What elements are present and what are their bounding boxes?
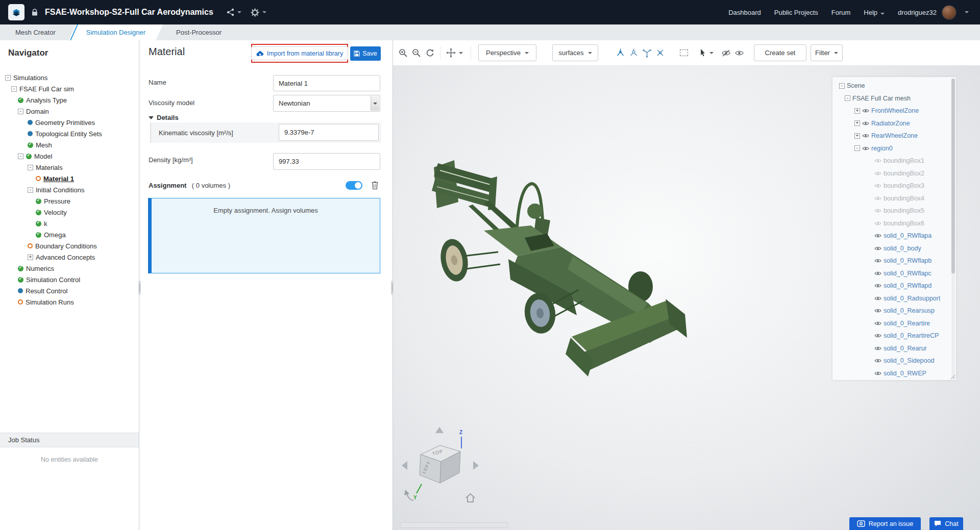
visibility-eye-icon[interactable] <box>862 121 869 126</box>
navigator-tree-item[interactable]: - Initial Conditions <box>0 184 139 195</box>
scene-tree-item[interactable]: boundingBox2 <box>832 167 956 180</box>
scene-tree-item[interactable]: - FSAE Full Car mesh <box>832 92 956 105</box>
save-button[interactable]: Save <box>350 46 381 61</box>
hide-selection-button[interactable] <box>720 44 732 61</box>
visibility-eye-icon[interactable] <box>874 333 881 338</box>
navigator-tree-item[interactable]: Material 1 <box>0 173 139 184</box>
delete-assignment-icon[interactable] <box>371 181 379 190</box>
filter-dropdown[interactable]: Filter <box>811 44 843 61</box>
visibility-eye-icon[interactable] <box>862 108 869 113</box>
navigator-tree-item[interactable]: Analysis Type <box>0 94 139 106</box>
navigator-tree-item[interactable]: Simulation Runs <box>0 296 139 308</box>
scene-tree-item[interactable]: solid_0_Reartire <box>832 317 956 330</box>
report-issue-button[interactable]: Report an issue <box>849 517 921 530</box>
scene-tree-item[interactable]: solid_0_body <box>832 242 956 255</box>
tree-toggle-icon[interactable]: + <box>854 108 860 114</box>
visibility-eye-icon[interactable] <box>874 283 881 288</box>
select-tool-button[interactable] <box>699 44 714 61</box>
viewer-tool-button-2[interactable] <box>627 44 640 61</box>
app-tab[interactable]: Simulation Designer <box>69 24 163 40</box>
visibility-eye-icon[interactable] <box>874 208 881 213</box>
tree-toggle-icon[interactable]: + <box>854 133 860 139</box>
visibility-eye-icon[interactable] <box>874 246 881 251</box>
visibility-eye-icon[interactable] <box>874 346 881 351</box>
scene-tree-item[interactable]: boundingBox6 <box>832 217 956 230</box>
scene-tree-item[interactable]: solid_0_RWflapc <box>832 267 956 280</box>
navigator-tree-item[interactable]: Pressure <box>0 195 139 207</box>
visibility-eye-icon[interactable] <box>874 183 881 188</box>
topbar-link[interactable]: Forum <box>831 9 851 16</box>
chat-button[interactable]: Chat <box>929 517 963 530</box>
tree-toggle-icon[interactable]: + <box>854 120 860 126</box>
scene-tree-item[interactable]: + RearWheelZone <box>832 130 956 142</box>
viewer-tool-button-3[interactable] <box>641 44 653 61</box>
navigator-tree-item[interactable]: - Materials <box>0 162 139 173</box>
details-collapse-header[interactable]: Details <box>149 114 179 121</box>
panel-resize-corner[interactable] <box>950 374 955 380</box>
visibility-eye-icon[interactable] <box>874 308 881 313</box>
scene-tree-item[interactable]: boundingBox5 <box>832 205 956 217</box>
tree-toggle-icon[interactable]: - <box>18 154 23 159</box>
viewport-horizontal-scrollbar[interactable] <box>400 522 508 528</box>
reset-view-button[interactable] <box>424 44 436 61</box>
navigator-tree-item[interactable]: - Domain <box>0 106 139 117</box>
user-menu[interactable]: drodriguez32 <box>898 5 969 20</box>
scene-tree-item[interactable]: solid_0_Sidepood <box>832 355 956 367</box>
navigator-tree-item[interactable]: - Model <box>0 150 139 162</box>
share-menu-button[interactable] <box>227 8 241 16</box>
navigator-tree-item[interactable]: Topological Entity Sets <box>0 128 139 139</box>
navigator-tree-item[interactable]: k <box>0 218 139 229</box>
zoom-out-button[interactable] <box>410 44 423 61</box>
visibility-eye-icon[interactable] <box>874 271 881 276</box>
cube-arrow-right[interactable] <box>473 461 479 470</box>
cube-arrow-left[interactable] <box>402 461 407 470</box>
navigator-tree-item[interactable]: Omega <box>0 229 139 240</box>
app-tab[interactable]: Post-Processor <box>163 24 235 40</box>
visibility-eye-icon[interactable] <box>874 158 881 163</box>
assignment-empty-box[interactable]: Empty assignment. Assign volumes <box>148 198 380 273</box>
scene-tree-item[interactable]: + RadiatorZone <box>832 117 956 130</box>
navigator-tree-item[interactable]: Geometry Primitives <box>0 117 139 128</box>
help-menu[interactable]: Help <box>864 9 885 16</box>
visibility-eye-icon[interactable] <box>874 233 881 238</box>
scene-tree-item[interactable]: + FrontWheelZone <box>832 105 956 117</box>
viewer-tool-button-4[interactable] <box>654 44 666 61</box>
scrollbar-thumb[interactable] <box>951 79 955 273</box>
show-all-button[interactable] <box>733 44 745 61</box>
topbar-link[interactable]: Dashboard <box>728 9 761 16</box>
settings-menu-button[interactable] <box>251 8 266 17</box>
box-select-button[interactable] <box>678 44 690 61</box>
visibility-eye-icon[interactable] <box>874 296 881 301</box>
visibility-eye-icon[interactable] <box>874 371 881 376</box>
zoom-in-button[interactable] <box>397 44 409 61</box>
material-name-input[interactable] <box>273 75 380 91</box>
scene-tree-item[interactable]: boundingBox3 <box>832 180 956 192</box>
scene-tree-item[interactable]: - Scene <box>832 80 956 92</box>
job-status-header[interactable]: Job Status <box>0 433 139 447</box>
navigator-tree-item[interactable]: Simulation Control <box>0 274 139 285</box>
scene-tree-item[interactable]: solid_0_Radsupport <box>832 292 956 305</box>
visibility-eye-icon[interactable] <box>862 133 869 138</box>
navigator-tree-item[interactable]: Velocity <box>0 207 139 218</box>
visibility-eye-icon[interactable] <box>874 321 881 326</box>
tree-toggle-icon[interactable]: - <box>845 95 850 101</box>
app-tab[interactable]: Mesh Creator <box>2 24 69 40</box>
render-mode-dropdown[interactable]: surfaces <box>552 44 598 61</box>
create-set-button[interactable]: Create set <box>754 44 806 61</box>
viscosity-model-select[interactable]: Newtonian <box>273 95 380 112</box>
kinematic-viscosity-input[interactable] <box>279 124 379 141</box>
visibility-eye-icon[interactable] <box>874 258 881 263</box>
home-view-button[interactable] <box>466 494 475 502</box>
viewer-tool-button-1[interactable] <box>614 44 626 61</box>
tree-toggle-icon[interactable]: - <box>854 145 860 151</box>
scene-tree-item[interactable]: solid_0_ReartireCP <box>832 330 956 342</box>
tree-toggle-icon[interactable]: + <box>28 255 33 260</box>
visibility-eye-icon[interactable] <box>874 196 881 201</box>
visibility-eye-icon[interactable] <box>874 171 881 176</box>
navigator-tree-item[interactable]: Mesh <box>0 139 139 150</box>
navigation-cube[interactable]: Z Y TOP LEFT <box>398 423 490 515</box>
projection-dropdown[interactable]: Perspective <box>478 44 536 61</box>
scene-tree-item[interactable]: solid_0_Rearur <box>832 342 956 355</box>
panel-resize-handle[interactable] <box>138 281 141 295</box>
app-logo[interactable] <box>8 4 24 20</box>
